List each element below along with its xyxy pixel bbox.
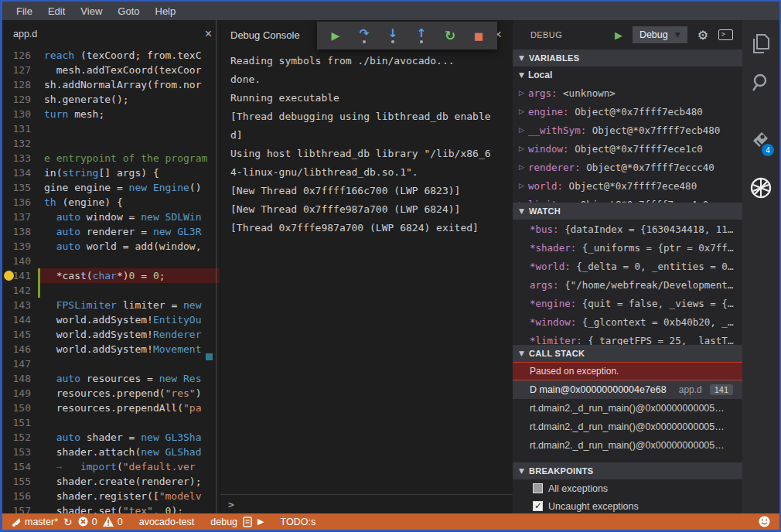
- code-line[interactable]: 143 FPSLimiter limiter = new: [2, 298, 220, 312]
- chevron-right-icon[interactable]: ▷: [519, 182, 524, 189]
- menu-item-goto[interactable]: Goto: [110, 5, 147, 17]
- code-line[interactable]: 150 resources.prependAll("pa: [2, 401, 220, 415]
- menu-item-edit[interactable]: Edit: [40, 5, 73, 17]
- feedback-smiley-icon[interactable]: [759, 516, 770, 527]
- variable-row[interactable]: ▷renderer: Object@*0x7ffff7eccc40: [513, 158, 742, 176]
- code-line[interactable]: 130turn mesh;: [2, 107, 220, 121]
- code-line[interactable]: 156 shader.register(["modelv: [2, 489, 220, 503]
- code-line[interactable]: 154 → import("default.ver: [2, 459, 220, 474]
- debug-config-dropdown[interactable]: Debug ▼: [633, 26, 687, 43]
- code-line[interactable]: 144 world.addSystem!EntityOu: [2, 312, 220, 327]
- open-console-icon[interactable]: >: [718, 29, 733, 40]
- stack-frame-row[interactable]: rt.dmain2._d_run_main()@0x00000000005…: [513, 436, 742, 455]
- code-line[interactable]: 140: [2, 254, 220, 268]
- start-debug-icon[interactable]: ▶: [615, 29, 622, 41]
- watch-row[interactable]: *window: {_glcontext = 0xb40b20, _…: [513, 312, 742, 331]
- code-line[interactable]: 147: [2, 356, 220, 371]
- code-line[interactable]: 142: [2, 283, 220, 298]
- chevron-right-icon[interactable]: ▷: [519, 89, 524, 97]
- section-header-breakpoints[interactable]: ▼ BREAKPOINTS: [513, 462, 742, 479]
- errors-status[interactable]: 0: [78, 517, 97, 527]
- scope-local[interactable]: ▼ Local: [513, 66, 742, 84]
- code-line[interactable]: 131: [2, 121, 220, 136]
- code-line[interactable]: 129sh.generate();: [2, 92, 220, 107]
- variable-row[interactable]: ▷__withSym: Object@*0x7ffff7ecb480: [513, 121, 742, 139]
- code-line[interactable]: 136th (engine) {: [2, 195, 220, 210]
- step-out-button[interactable]: ↑: [414, 26, 428, 45]
- step-over-button[interactable]: ↷: [357, 26, 371, 45]
- source-control-icon[interactable]: 4: [742, 122, 779, 158]
- code-line[interactable]: 153 shader.attach(new GLShad: [2, 445, 220, 459]
- code-editor[interactable]: 126reach (texCoord; from.texC127 mesh.ad…: [2, 48, 220, 513]
- close-icon[interactable]: ×: [205, 28, 212, 40]
- sync-icon[interactable]: ↻: [63, 516, 73, 528]
- section-header-call-stack[interactable]: ▼ CALL STACK: [513, 345, 742, 362]
- breakpoint-row[interactable]: Uncaught exceptions: [513, 497, 742, 513]
- build-config-status[interactable]: debug: [210, 517, 237, 527]
- stack-frame-row[interactable]: rt.dmain2._d_run_main()@0x00000000005…: [513, 418, 742, 436]
- variable-row[interactable]: ▷window: Object@*0x7ffff7ece1c0: [513, 139, 742, 158]
- variable-row[interactable]: ▷limiter: Object@*0x7ffff7ece4a0: [513, 195, 742, 203]
- checkbox[interactable]: [533, 501, 543, 511]
- explorer-icon[interactable]: [742, 26, 779, 62]
- chevron-right-icon[interactable]: ▷: [519, 126, 524, 134]
- warnings-status[interactable]: 0: [103, 517, 123, 527]
- variable-row[interactable]: ▷args: <unknown>: [513, 84, 742, 102]
- code-line[interactable]: 128sh.addNormalArray(from.nor: [2, 77, 220, 92]
- code-line[interactable]: 145 world.addSystem!Renderer: [2, 327, 220, 342]
- variable-row[interactable]: ▷engine: Object@*0x7ffff7ecb480: [513, 102, 742, 121]
- code-line[interactable]: 148 auto resources = new Res: [2, 371, 220, 386]
- run-icon[interactable]: ▶: [257, 517, 264, 527]
- document-icon[interactable]: [243, 517, 252, 527]
- gear-icon[interactable]: ⚙: [697, 28, 708, 43]
- watch-row[interactable]: *shader: {_uniforms = {ptr = 0x7ff…: [513, 238, 742, 257]
- checkbox[interactable]: [533, 483, 543, 493]
- code-line[interactable]: 149 resources.prepend("res"): [2, 386, 220, 401]
- menu-item-file[interactable]: File: [9, 5, 40, 17]
- stop-button[interactable]: ■: [472, 26, 486, 45]
- code-line[interactable]: 126reach (texCoord; from.texC: [2, 48, 220, 63]
- code-line[interactable]: 151: [2, 415, 220, 430]
- debug-icon[interactable]: [742, 170, 779, 206]
- watch-row[interactable]: *limiter: {_targetFPS = 25, _lastT…: [513, 331, 742, 345]
- chevron-right-icon[interactable]: ▷: [519, 163, 524, 171]
- stack-frame-row[interactable]: D main@0x00000000004e7e68app.d141: [513, 380, 742, 399]
- chevron-right-icon[interactable]: ▷: [519, 145, 524, 152]
- continue-button[interactable]: ▶: [329, 26, 343, 45]
- todo-status[interactable]: TODO:s: [281, 517, 316, 527]
- code-line[interactable]: 146 world.addSystem!Movement: [2, 342, 220, 356]
- paused-code-line[interactable]: 141 *cast(char*)0 = 0;: [2, 268, 220, 283]
- watch-row[interactable]: *world: {_delta = 0, _entities = 0…: [513, 257, 742, 275]
- menu-item-view[interactable]: View: [73, 5, 110, 17]
- stack-frame-row[interactable]: rt.dmain2._d_run_main()@0x00000000005…: [513, 399, 742, 418]
- code-line[interactable]: 135gine engine = new Engine(): [2, 180, 220, 195]
- restart-button[interactable]: ↻: [443, 26, 457, 45]
- search-icon[interactable]: [742, 65, 779, 101]
- step-into-button[interactable]: ↓: [386, 26, 400, 45]
- git-branch-status[interactable]: master*: [12, 517, 58, 527]
- code-line[interactable]: 132: [2, 136, 220, 151]
- chevron-right-icon[interactable]: ▷: [519, 107, 524, 115]
- code-line[interactable]: 137 auto window = new SDLWin: [2, 210, 220, 224]
- code-line[interactable]: 127 mesh.addTexCoord(texCoor: [2, 63, 220, 77]
- section-header-variables[interactable]: ▼ VARIABLES: [513, 49, 742, 66]
- code-line[interactable]: 134in(string[] args) {: [2, 165, 220, 180]
- project-status[interactable]: avocado-test: [139, 517, 195, 527]
- code-line[interactable]: 152 auto shader = new GL3Sha: [2, 430, 220, 445]
- breakpoint-row[interactable]: All exceptions: [513, 479, 742, 497]
- code-line[interactable]: 157 shader.set("tex", 0);: [2, 503, 220, 513]
- menu-item-help[interactable]: Help: [148, 5, 184, 17]
- section-header-watch[interactable]: ▼ WATCH: [513, 203, 742, 220]
- code-line[interactable]: 139 auto world = add(window,: [2, 239, 220, 254]
- code-line[interactable]: 133e entrypoint of the program: [2, 151, 220, 165]
- watch-row[interactable]: *bus: {dataIndex = {1630434418, 11…: [513, 220, 742, 238]
- chevron-right-icon[interactable]: ▷: [519, 200, 524, 203]
- code-line[interactable]: 155 shader.create(renderer);: [2, 474, 220, 489]
- debug-console-input[interactable]: >: [220, 494, 513, 513]
- watch-row[interactable]: *engine: {quit = false, _views = {…: [513, 294, 742, 312]
- code-line[interactable]: 138 auto renderer = new GL3R: [2, 224, 220, 239]
- tab-app-d[interactable]: app.d ×: [2, 20, 220, 48]
- watch-row[interactable]: args: {"/home/webfreak/Development…: [513, 275, 742, 294]
- variable-row[interactable]: ▷world: Object@*0x7ffff7ece480: [513, 176, 742, 195]
- breakpoint-icon[interactable]: [4, 271, 14, 281]
